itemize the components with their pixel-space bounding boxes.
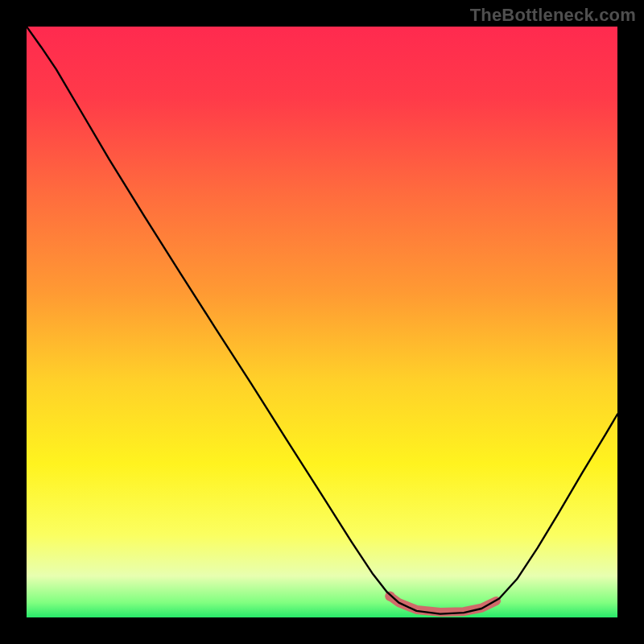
plot-area: [27, 27, 617, 617]
chart-svg: [27, 27, 617, 617]
gradient-background: [27, 27, 617, 617]
watermark-text: TheBottleneck.com: [470, 5, 636, 26]
chart-frame: TheBottleneck.com: [0, 0, 644, 644]
